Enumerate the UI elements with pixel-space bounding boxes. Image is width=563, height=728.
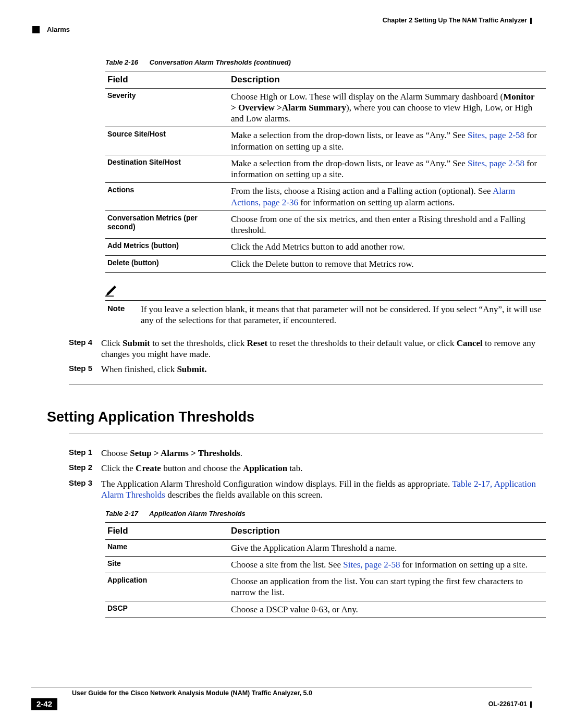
- table17-caption: Table 2-17 Application Alarm Thresholds: [105, 510, 532, 518]
- procedure-end-rule: [69, 384, 543, 385]
- footer-title: User Guide for the Cisco Network Analysi…: [72, 689, 532, 698]
- doc-number: OL-22617-01: [488, 700, 532, 709]
- step-body: Click Submit to set the thresholds, clic…: [101, 338, 541, 360]
- table-row: Site Choose a site from the list. See Si…: [105, 556, 546, 573]
- pencil-icon: [105, 283, 119, 299]
- table16: Field Description Severity Choose High o…: [105, 71, 546, 273]
- step-body: Choose Setup > Alarms > Thresholds.: [101, 448, 541, 459]
- step-label: Step 5: [69, 364, 101, 375]
- table-row: Source Site/Host Make a selection from t…: [105, 127, 546, 155]
- th-field: Field: [105, 71, 229, 88]
- table-row: Destination Site/Host Make a selection f…: [105, 155, 546, 183]
- step-body: Click the Create button and choose the A…: [101, 463, 541, 474]
- step-label: Step 4: [69, 338, 101, 360]
- header-section: Alarms: [47, 26, 70, 34]
- table-row: Add Metrics (button) Click the Add Metri…: [105, 239, 546, 255]
- table-row: Actions From the lists, choose a Rising …: [105, 183, 546, 211]
- table-row: DSCP Choose a DSCP value 0-63, or Any.: [105, 601, 546, 618]
- th-field: Field: [105, 523, 229, 539]
- page-number: 2-42: [31, 698, 57, 710]
- table17: Field Description Name Give the Applicat…: [105, 522, 546, 618]
- header-marker: [32, 26, 40, 33]
- link-sites[interactable]: Sites, page 2-58: [468, 158, 524, 168]
- table-row: Delete (button) Click the Delete button …: [105, 255, 546, 272]
- note-block: Note If you leave a selection blank, it …: [105, 283, 546, 327]
- table-row: Conversation Metrics (per second) Choose…: [105, 211, 546, 239]
- procedure-start-rule: [69, 434, 543, 434]
- note-label: Note: [105, 303, 139, 327]
- table-row: Name Give the Application Alarm Threshol…: [105, 539, 546, 556]
- svg-rect-1: [105, 295, 114, 297]
- th-desc: Description: [229, 71, 546, 88]
- table-row: Severity Choose High or Low. These will …: [105, 88, 546, 127]
- table-row: Application Choose an application from t…: [105, 573, 546, 601]
- step-body: The Application Alarm Threshold Configur…: [101, 478, 541, 501]
- svg-marker-0: [106, 286, 117, 296]
- link-sites[interactable]: Sites, page 2-58: [468, 130, 524, 140]
- note-text: If you leave a selection blank, it means…: [139, 303, 546, 327]
- table16-caption: Table 2-16 Conversation Alarm Thresholds…: [105, 58, 532, 67]
- steps-continued: Step 4 Click Submit to set the threshold…: [69, 338, 541, 375]
- step-label: Step 1: [69, 448, 101, 459]
- header-chapter: Chapter 2 Setting Up The NAM Traffic Ana…: [383, 17, 532, 25]
- th-desc: Description: [229, 523, 546, 539]
- step-body: When finished, click Submit.: [101, 364, 541, 375]
- section-heading: Setting Application Thresholds: [47, 409, 532, 426]
- steps-application: Step 1 Choose Setup > Alarms > Threshold…: [69, 448, 541, 500]
- link-sites[interactable]: Sites, page 2-58: [343, 560, 400, 570]
- page-footer: User Guide for the Cisco Network Analysi…: [31, 687, 532, 710]
- step-label: Step 2: [69, 463, 101, 474]
- step-label: Step 3: [69, 478, 101, 501]
